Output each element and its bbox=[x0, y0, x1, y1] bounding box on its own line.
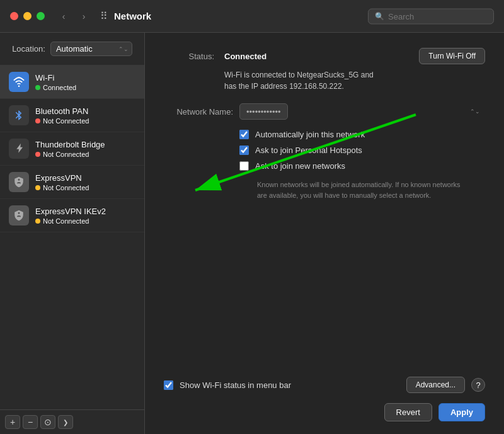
fullscreen-button[interactable] bbox=[37, 12, 45, 20]
bluetooth-status-dot bbox=[35, 118, 40, 123]
sidebar-bottom: + − ⊙ ❯ bbox=[0, 409, 144, 434]
location-label: Location: bbox=[12, 44, 45, 54]
network-name-select[interactable]: •••••••••••• bbox=[239, 103, 288, 120]
action-network-button[interactable]: ⊙ bbox=[40, 415, 55, 429]
bluetooth-network-info: Bluetooth PAN Not Connected bbox=[35, 106, 135, 125]
options-section: Automatically join this network Ask to j… bbox=[239, 130, 485, 171]
expressvpn2-network-info: ExpressVPN IKEv2 Not Connected bbox=[35, 207, 135, 225]
location-select[interactable]: Automatic Edit Locations... bbox=[50, 42, 132, 56]
wifi-network-info: Wi-Fi Connected bbox=[35, 73, 135, 91]
network-item-expressvpn[interactable]: ExpressVPN Not Connected bbox=[0, 166, 144, 199]
window-title: Network bbox=[114, 11, 151, 21]
network-name-wrapper: •••••••••••• bbox=[239, 103, 485, 120]
wifi-status-dot bbox=[35, 85, 40, 90]
thunderbolt-icon bbox=[9, 139, 29, 159]
title-bar: ‹ › ⠿ Network 🔍 bbox=[0, 0, 504, 33]
expressvpn-status: Not Connected bbox=[35, 184, 135, 191]
minimize-button[interactable] bbox=[23, 12, 32, 20]
bluetooth-icon bbox=[9, 105, 29, 125]
bluetooth-status: Not Connected bbox=[35, 117, 135, 125]
ask-new-row: Ask to join new networks bbox=[239, 161, 485, 171]
forward-button[interactable]: › bbox=[75, 10, 93, 23]
expressvpn-network-info: ExpressVPN Not Connected bbox=[35, 173, 135, 191]
search-input[interactable] bbox=[388, 11, 487, 21]
search-icon: 🔍 bbox=[375, 12, 384, 21]
apply-button[interactable]: Apply bbox=[438, 403, 485, 421]
known-networks-note: Known networks will be joined automatica… bbox=[257, 180, 471, 200]
back-button[interactable]: ‹ bbox=[55, 10, 72, 23]
expressvpn2-status-dot bbox=[35, 219, 40, 224]
expressvpn-status-dot bbox=[35, 185, 40, 190]
wifi-name: Wi-Fi bbox=[35, 73, 135, 83]
ask-hotspot-label: Ask to join Personal Hotspots bbox=[255, 146, 362, 155]
svg-point-0 bbox=[18, 85, 20, 87]
wifi-status: Connected bbox=[35, 84, 135, 91]
main-content: Location: Automatic Edit Locations... bbox=[0, 33, 504, 434]
show-wifi-checkbox[interactable] bbox=[164, 380, 173, 390]
status-value: Connected bbox=[224, 52, 266, 61]
thunderbolt-network-info: Thunderbolt Bridge Not Connected bbox=[35, 140, 135, 158]
remove-network-button[interactable]: − bbox=[23, 415, 38, 429]
ask-new-label: Ask to join new networks bbox=[255, 161, 345, 171]
network-name-label: Network Name: bbox=[164, 107, 233, 117]
search-bar: 🔍 bbox=[368, 8, 494, 24]
location-select-wrapper: Automatic Edit Locations... bbox=[50, 42, 132, 56]
revert-button[interactable]: Revert bbox=[384, 403, 432, 421]
annotation-arrow bbox=[145, 33, 504, 434]
action-buttons: Revert Apply bbox=[164, 403, 485, 421]
advanced-button[interactable]: Advanced... bbox=[406, 377, 465, 393]
auto-join-checkbox[interactable] bbox=[239, 130, 249, 139]
turn-wifi-button[interactable]: Turn Wi-Fi Off bbox=[419, 48, 485, 64]
show-wifi-row: Show Wi-Fi status in menu bar Advanced..… bbox=[164, 377, 485, 393]
sidebar: Location: Automatic Edit Locations... bbox=[0, 33, 145, 434]
network-list: Wi-Fi Connected Bluetooth PAN bbox=[0, 66, 144, 409]
ask-hotspot-checkbox[interactable] bbox=[239, 146, 249, 155]
close-button[interactable] bbox=[10, 12, 18, 20]
auto-join-label: Automatically join this network bbox=[255, 130, 365, 139]
expressvpn2-name: ExpressVPN IKEv2 bbox=[35, 207, 135, 216]
network-name-row: Network Name: •••••••••••• bbox=[164, 103, 485, 120]
nav-buttons: ‹ › bbox=[55, 10, 93, 23]
status-row: Status: Connected Turn Wi-Fi Off bbox=[164, 48, 485, 64]
expressvpn-icon bbox=[9, 172, 29, 192]
network-item-expressvpn2[interactable]: ExpressVPN IKEv2 Not Connected bbox=[0, 199, 144, 232]
status-label: Status: bbox=[164, 52, 214, 61]
show-wifi-label: Show Wi-Fi status in menu bar bbox=[180, 380, 291, 390]
network-item-wifi[interactable]: Wi-Fi Connected bbox=[0, 66, 144, 99]
ask-hotspot-row: Ask to join Personal Hotspots bbox=[239, 146, 485, 155]
grid-icon[interactable]: ⠿ bbox=[100, 10, 108, 22]
bottom-section: Show Wi-Fi status in menu bar Advanced..… bbox=[164, 377, 485, 421]
auto-join-row: Automatically join this network bbox=[239, 130, 485, 139]
expressvpn2-status: Not Connected bbox=[35, 217, 135, 225]
wifi-icon bbox=[9, 72, 29, 92]
traffic-lights bbox=[10, 12, 45, 20]
expressvpn2-icon bbox=[9, 205, 29, 226]
add-network-button[interactable]: + bbox=[5, 415, 20, 429]
network-item-thunderbolt[interactable]: Thunderbolt Bridge Not Connected bbox=[0, 132, 144, 166]
thunderbolt-status: Not Connected bbox=[35, 151, 135, 158]
thunderbolt-name: Thunderbolt Bridge bbox=[35, 140, 135, 149]
ask-new-checkbox[interactable] bbox=[239, 161, 249, 171]
chevron-button[interactable]: ❯ bbox=[58, 415, 73, 429]
thunderbolt-status-dot bbox=[35, 152, 40, 157]
bluetooth-name: Bluetooth PAN bbox=[35, 106, 135, 116]
right-panel: Status: Connected Turn Wi-Fi Off Wi-Fi i… bbox=[145, 33, 504, 434]
expressvpn-name: ExpressVPN bbox=[35, 173, 135, 183]
help-button[interactable]: ? bbox=[471, 378, 485, 392]
network-item-bluetooth[interactable]: Bluetooth PAN Not Connected bbox=[0, 99, 144, 132]
status-description: Wi-Fi is connected to NetgearSucks_5G an… bbox=[224, 69, 485, 92]
location-area: Location: Automatic Edit Locations... bbox=[0, 33, 144, 66]
